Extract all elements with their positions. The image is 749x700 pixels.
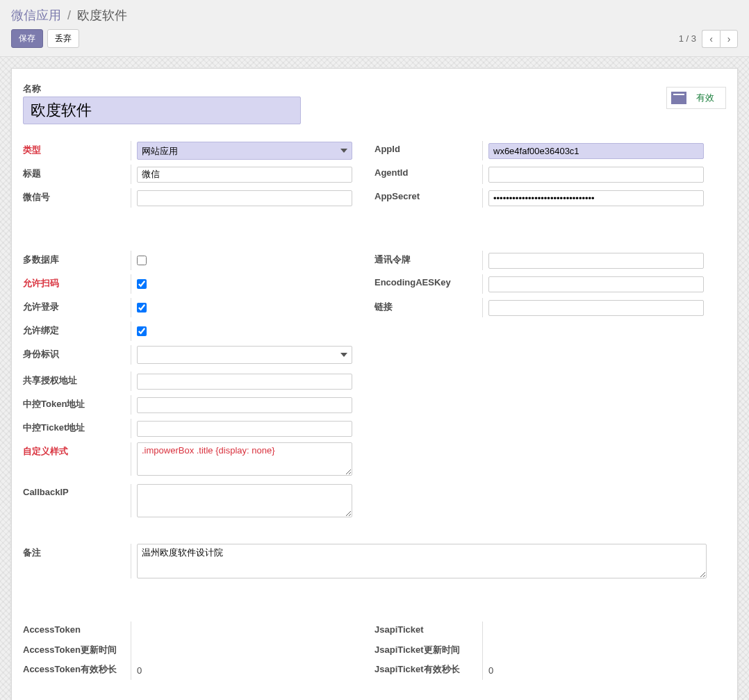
jsapiticket-ttl-value: 0: [488, 664, 493, 677]
callbackip-textarea[interactable]: [137, 484, 352, 517]
custom-css-textarea[interactable]: [137, 442, 352, 476]
accesstoken-ttl-label: AccessToken有效秒长: [23, 660, 131, 676]
appsecret-label: AppSecret: [374, 188, 482, 201]
identity-select[interactable]: [137, 346, 352, 364]
breadcrumb-sep: /: [67, 8, 71, 22]
jsapiticket-ttl-label: JsapiTicket有效秒长: [374, 660, 482, 676]
login-checkbox[interactable]: [137, 303, 147, 312]
aeskey-input[interactable]: [488, 276, 704, 292]
bind-checkbox[interactable]: [137, 326, 147, 336]
multidb-checkbox[interactable]: [137, 256, 147, 265]
share-auth-label: 共享授权地址: [23, 372, 131, 387]
aeskey-label: EncodingAESKey: [374, 274, 482, 288]
discard-button[interactable]: 丢弃: [47, 29, 79, 48]
pager-prev-button[interactable]: ‹: [702, 30, 720, 48]
agentid-input[interactable]: [488, 167, 704, 183]
identity-label: 身份标识: [23, 345, 131, 360]
appid-label: AppId: [374, 141, 482, 154]
multidb-label: 多数据库: [23, 251, 131, 266]
remark-label: 备注: [23, 544, 131, 559]
accesstoken-update-label: AccessToken更新时间: [23, 641, 131, 656]
title-label: 标题: [23, 165, 131, 180]
link-label: 链接: [374, 298, 482, 313]
link-input[interactable]: [488, 300, 704, 316]
wxid-input[interactable]: [137, 190, 352, 206]
chevron-left-icon: ‹: [709, 33, 713, 44]
breadcrumb-root[interactable]: 微信应用: [11, 8, 61, 22]
accesstoken-ttl-value: 0: [137, 664, 142, 677]
name-label: 名称: [23, 83, 726, 95]
remark-textarea[interactable]: [137, 544, 707, 578]
callbackip-label: CallbackIP: [23, 484, 131, 497]
ticket-url-label: 中控Ticket地址: [23, 419, 131, 434]
appsecret-input[interactable]: [488, 190, 704, 206]
ticket-url-input[interactable]: [137, 421, 352, 437]
share-auth-input[interactable]: [137, 374, 352, 390]
breadcrumb: 微信应用 / 欧度软件: [11, 7, 738, 24]
pager: 1 / 3 ‹ ›: [679, 30, 738, 48]
form-sheet: 有效 名称 类型 网站应用 标题 微信号: [11, 68, 738, 700]
status-label: 有效: [696, 92, 714, 104]
jsapiticket-update-label: JsapiTicket更新时间: [374, 641, 482, 656]
pager-next-button[interactable]: ›: [720, 30, 738, 48]
agentid-label: AgentId: [374, 165, 482, 178]
scan-checkbox[interactable]: [137, 279, 147, 289]
type-label: 类型: [23, 141, 131, 156]
login-label: 允许登录: [23, 298, 131, 313]
wxid-label: 微信号: [23, 188, 131, 203]
bind-label: 允许绑定: [23, 322, 131, 337]
accesstoken-label: AccessToken: [23, 622, 131, 635]
type-select[interactable]: 网站应用: [137, 142, 352, 160]
custom-css-label: 自定义样式: [23, 442, 131, 458]
appid-input[interactable]: [488, 143, 704, 159]
save-button[interactable]: 保存: [11, 29, 43, 48]
name-input[interactable]: [23, 97, 301, 124]
token-url-input[interactable]: [137, 397, 352, 413]
comm-token-input[interactable]: [488, 253, 704, 269]
comm-token-label: 通讯令牌: [374, 251, 482, 266]
header-bar: 微信应用 / 欧度软件 保存 丢弃 1 / 3 ‹ ›: [0, 0, 749, 57]
title-input[interactable]: [137, 167, 352, 183]
status-box[interactable]: 有效: [666, 87, 726, 109]
token-url-label: 中控Token地址: [23, 395, 131, 410]
pager-position: 1 / 3: [679, 33, 696, 44]
chevron-right-icon: ›: [727, 33, 731, 44]
scan-label: 允许扫码: [23, 274, 131, 290]
breadcrumb-current: 欧度软件: [77, 8, 127, 22]
jsapiticket-label: JsapiTicket: [374, 622, 482, 635]
archive-icon: [671, 92, 686, 104]
